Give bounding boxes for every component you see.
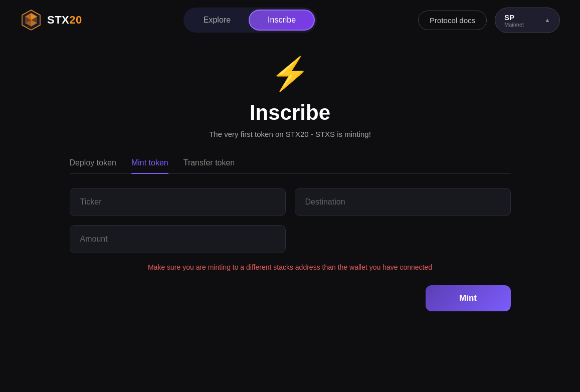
wallet-id: SP <box>504 13 514 22</box>
logo[interactable]: STX20 <box>20 9 82 31</box>
wallet-button[interactable]: SP Mainnet ▲ <box>495 8 560 33</box>
logo-text: STX20 <box>47 14 82 27</box>
form-area: Make sure you are minting to a different… <box>70 188 511 311</box>
warning-text: Make sure you are minting to a different… <box>70 263 511 271</box>
wallet-label: SP Mainnet <box>504 13 524 28</box>
amount-input[interactable] <box>70 225 286 253</box>
header-right: Protocol docs SP Mainnet ▲ <box>418 8 560 33</box>
logo-icon <box>20 9 42 31</box>
page-title: Inscribe <box>250 101 330 125</box>
tab-deploy-token[interactable]: Deploy token <box>70 158 116 173</box>
mint-button-row: Mint <box>70 285 511 311</box>
destination-input[interactable] <box>295 188 511 216</box>
wallet-network: Mainnet <box>504 22 524 28</box>
form-row-top <box>70 188 511 216</box>
ticker-input[interactable] <box>70 188 286 216</box>
protocol-docs-button[interactable]: Protocol docs <box>418 11 487 30</box>
form-row-amount <box>70 225 511 253</box>
inscribe-tab[interactable]: Inscribe <box>249 10 315 31</box>
tab-mint-token[interactable]: Mint token <box>131 158 168 173</box>
main-nav: Explore Inscribe <box>183 8 317 33</box>
chevron-down-icon: ▲ <box>544 17 550 24</box>
explore-tab[interactable]: Explore <box>185 10 249 31</box>
tab-transfer-token[interactable]: Transfer token <box>183 158 235 173</box>
page-subtitle: The very first token on STX20 - STXS is … <box>209 130 371 138</box>
content-tabs: Deploy token Mint token Transfer token <box>70 158 511 174</box>
mint-button[interactable]: Mint <box>426 285 511 311</box>
lightning-icon: ⚡ <box>270 55 310 93</box>
